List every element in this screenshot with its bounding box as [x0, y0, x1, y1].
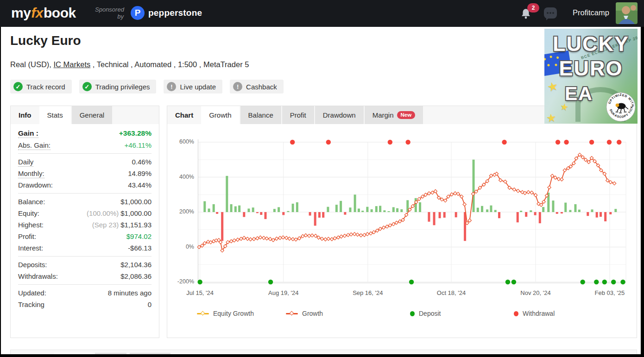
subtitle-suffix: , Technical , Automated , 1:500 , MetaTr… [90, 60, 249, 69]
subtitle-prefix: Real (USD), [10, 60, 54, 69]
tab-margin[interactable]: Margin New [365, 106, 423, 124]
x-axis-tick: Jul 15, '24 [186, 289, 214, 296]
tab-chart[interactable]: Chart [167, 106, 201, 124]
pepperstone-logo[interactable]: P pepperstone [131, 6, 202, 20]
stat-row-balance: Balance: $1,000.00 [18, 196, 152, 207]
x-axis-tick: Nov 20, '24 [520, 289, 550, 296]
messages-icon[interactable] [544, 7, 557, 19]
badge-trading-privileges[interactable]: ✓ Trading privileges [79, 80, 157, 94]
stat-row-updated: Updated: 8 minutes ago [18, 287, 152, 299]
legend-label: Growth [302, 310, 323, 317]
stat-row-tracking: Tracking 0 [18, 299, 152, 310]
notification-count-badge[interactable]: 2 [527, 3, 539, 13]
withdrawal-marker-icon [514, 311, 518, 316]
stat-row-daily: Daily 0.46% [18, 156, 152, 168]
y-axis-tick: 600% [167, 138, 194, 145]
legend-item-withdrawal[interactable]: Withdrawal [514, 310, 555, 317]
abs-gain-value: +46.11% [124, 141, 152, 149]
tab-general[interactable]: General [72, 106, 112, 124]
badge-track-record[interactable]: ✓ Track record [10, 80, 72, 94]
x-axis-tick: Oct 18, '24 [437, 289, 466, 296]
equity-percent: (100.00%) [87, 209, 119, 217]
chart-panel: Chart Growth Balance Profit Drawdown Mar… [167, 106, 637, 338]
ea-banner[interactable]: BCE ECB EZB EKT EKP 2002 ★ ★ ★ LUCKY EUR… [544, 29, 638, 124]
stat-row-monthly: Monthly: 14.89% [18, 168, 152, 179]
tab-profit[interactable]: Profit [282, 106, 314, 124]
tab-stats[interactable]: Stats [39, 106, 71, 124]
stats-body: Gain : +363.28% Abs. Gain: +46.11% Daily… [11, 124, 159, 313]
stats-panel: Info Stats General Gain : +363.28% Abs. … [10, 106, 159, 338]
tab-info[interactable]: Info [11, 106, 39, 124]
stat-row-abs-gain: Abs. Gain: +46.11% [18, 139, 152, 151]
exclamation-icon: ! [167, 82, 176, 91]
badge-live-update[interactable]: ! Live update [164, 80, 222, 94]
check-icon: ✓ [13, 82, 23, 91]
x-axis-tick: Aug 19, '24 [268, 289, 298, 296]
tab-balance[interactable]: Balance [240, 106, 281, 124]
pepperstone-icon: P [131, 6, 145, 20]
stat-row-deposits: Deposits: $2,104.36 [18, 259, 152, 270]
equity-growth-marker-icon [197, 313, 209, 314]
chat-dots [547, 12, 549, 14]
stats-panel-tabs: Info Stats General [11, 106, 159, 124]
exclamation-icon: ! [233, 82, 242, 91]
stat-row-gain: Gain : +363.28% [18, 127, 152, 139]
x-axis-tick: Sep 16, '24 [353, 289, 383, 296]
stat-row-interest: Interest: -$66.13 [18, 242, 152, 254]
pepperstone-name: pepperstone [148, 8, 202, 18]
sponsored-by-label: Sponsored by [95, 6, 124, 20]
next-section-tabs [10, 350, 637, 354]
chart-x-axis-labels: Jul 15, '24Aug 19, '24Sep 16, '24Oct 18,… [198, 289, 626, 299]
page-title: Lucky Euro [10, 33, 81, 48]
new-badge: New [397, 111, 416, 119]
stat-row-highest: Highest: (Sep 23)$1,151.93 [18, 219, 152, 231]
star-decoration: ★ [546, 111, 557, 124]
stat-row-equity: Equity: (100.00%)$1,000.00 [18, 207, 152, 219]
logo-part-book: book [44, 5, 76, 20]
top-header-bar: myfxbook Sponsored by P pepperstone 2 Pr… [0, 0, 644, 27]
user-avatar[interactable] [616, 2, 638, 24]
tab-drawdown[interactable]: Drawdown [315, 106, 364, 124]
profit-value: $974.02 [126, 232, 152, 240]
y-axis-tick: 200% [167, 208, 194, 215]
y-axis-tick: -200% [167, 278, 194, 285]
verification-badge-row: ✓ Track record ✓ Trading privileges ! Li… [10, 80, 284, 94]
tab-growth[interactable]: Growth [201, 106, 239, 124]
gain-value: +363.28% [119, 129, 152, 138]
legend-label: Deposit [419, 310, 441, 317]
dukascopy-badge: OPTIMIZED WITH DUKASCOPY TICKS [606, 92, 636, 122]
legend-label: Withdrawal [523, 310, 555, 317]
growth-chart-svg [198, 138, 626, 286]
stat-row-drawdown: Drawdown: 43.44% [18, 179, 152, 191]
broker-link[interactable]: IC Markets [54, 60, 91, 69]
chart-legend: Equity GrowthGrowthDepositWithdrawal [167, 310, 638, 321]
account-subtitle: Real (USD), IC Markets , Technical , Aut… [10, 60, 249, 69]
next-section-tab[interactable] [54, 353, 93, 354]
legend-item-equity-growth[interactable]: Equity Growth [197, 310, 254, 317]
badge-cashback[interactable]: ! Cashback [230, 80, 284, 94]
y-axis-tick: 0% [167, 244, 194, 250]
legend-item-growth[interactable]: Growth [286, 310, 323, 317]
legend-label: Equity Growth [213, 310, 254, 317]
myfxbook-logo[interactable]: myfxbook [11, 5, 76, 21]
check-icon: ✓ [82, 82, 92, 91]
growth-marker-icon [286, 313, 298, 314]
highest-date: (Sep 23) [92, 221, 119, 229]
growth-chart-plot [198, 138, 626, 286]
legend-item-deposit[interactable]: Deposit [410, 310, 441, 317]
next-section-tab[interactable] [95, 353, 126, 354]
stat-row-withdrawals: Withdrawals: $2,086.36 [18, 270, 152, 282]
y-axis-tick: 400% [167, 174, 194, 180]
x-axis-tick: Feb 03, '25 [595, 289, 625, 296]
logo-part-fx: fx [31, 5, 44, 20]
stat-row-profit: Profit: $974.02 [18, 231, 152, 242]
logo-part-my: my [11, 5, 31, 20]
username[interactable]: Profitcamp [573, 8, 609, 17]
page-content: Lucky Euro Real (USD), IC Markets , Tech… [1, 27, 641, 354]
next-section-tab[interactable] [130, 353, 170, 354]
deposit-marker-icon [410, 311, 415, 316]
